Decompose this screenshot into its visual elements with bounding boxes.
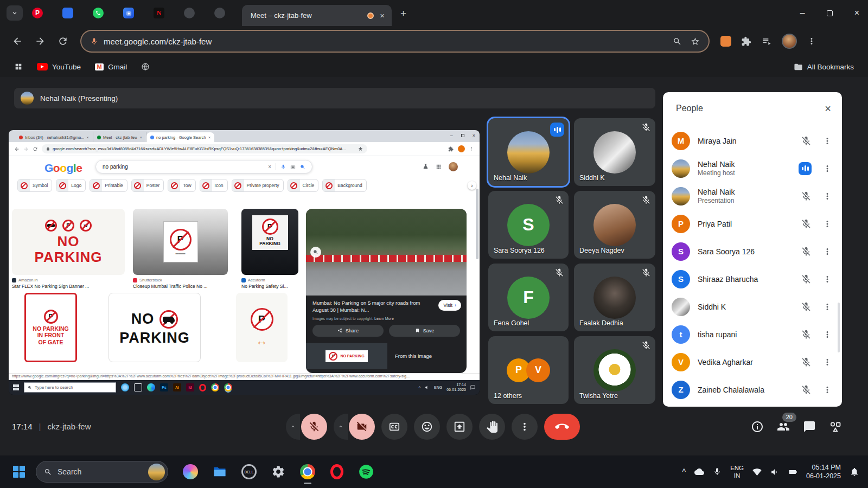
participant-tile[interactable]: Siddhi K: [574, 118, 655, 186]
people-list-item[interactable]: PPriya Patil: [663, 210, 842, 237]
people-list-item[interactable]: SSara Soorya 126: [663, 237, 842, 265]
people-button[interactable]: 20: [777, 420, 790, 433]
active-tab[interactable]: Meet – ckz-jtab-few ×: [242, 5, 392, 26]
mic-muted-button[interactable]: [301, 414, 327, 440]
person-options-icon[interactable]: [822, 164, 832, 174]
chrome-button[interactable]: [299, 464, 316, 480]
mic-off-icon[interactable]: [801, 219, 812, 229]
people-panel-close-icon[interactable]: ×: [825, 103, 831, 114]
volume-icon[interactable]: [770, 467, 780, 477]
reload-button[interactable]: [58, 36, 68, 47]
mic-off-icon[interactable]: [801, 191, 812, 202]
person-options-icon[interactable]: [822, 136, 832, 146]
puzzle-extensions-icon[interactable]: [741, 36, 751, 47]
extension-icon[interactable]: [720, 36, 731, 47]
chat-button[interactable]: [803, 420, 816, 433]
spotify-button[interactable]: [358, 464, 374, 480]
wifi-icon[interactable]: [752, 467, 762, 477]
maximize-button[interactable]: [827, 10, 833, 16]
search-icon[interactable]: [673, 37, 682, 46]
camera-off-button[interactable]: [349, 414, 375, 440]
participant-tile[interactable]: PV12 others: [488, 336, 569, 404]
mic-off-icon[interactable]: [801, 329, 812, 340]
forward-button[interactable]: [35, 36, 46, 47]
onedrive-cloud-icon[interactable]: [694, 467, 704, 477]
person-options-icon[interactable]: [822, 385, 832, 395]
close-button[interactable]: ×: [854, 9, 859, 17]
mic-options-button[interactable]: [286, 414, 300, 440]
participant-tile[interactable]: FFena Gohel: [488, 264, 569, 331]
participant-tile[interactable]: Deeya Nagdev: [574, 191, 655, 259]
people-list-item[interactable]: ttisha rupani: [663, 320, 842, 348]
copilot-button[interactable]: [182, 464, 199, 480]
settings-button[interactable]: [270, 464, 286, 480]
pinned-tab-camera[interactable]: [123, 7, 135, 19]
end-call-button[interactable]: [544, 414, 580, 440]
all-bookmarks-button[interactable]: All Bookmarks: [794, 62, 854, 72]
more-options-button[interactable]: [512, 414, 538, 440]
media-controls-icon[interactable]: [761, 36, 772, 47]
back-button[interactable]: [12, 36, 23, 47]
activities-button[interactable]: [829, 420, 842, 433]
people-list-item[interactable]: Siddhi K: [663, 293, 842, 320]
mic-off-icon[interactable]: [801, 136, 812, 146]
battery-icon[interactable]: [788, 467, 797, 477]
bookmark-youtube[interactable]: YouTube: [37, 63, 81, 71]
people-list-item[interactable]: MMiraya Jain: [663, 127, 842, 155]
tab-close-button[interactable]: ×: [378, 11, 386, 20]
mic-off-icon[interactable]: [801, 301, 812, 312]
bookmark-site[interactable]: [141, 62, 150, 71]
person-options-icon[interactable]: [822, 302, 832, 312]
pinned-tab-blue-app[interactable]: [62, 7, 74, 19]
file-explorer-button[interactable]: [212, 464, 228, 480]
person-options-icon[interactable]: [822, 274, 832, 284]
mic-tray-icon[interactable]: [713, 467, 722, 476]
people-list-item[interactable]: Nehal NaikPresentation: [663, 182, 842, 210]
notifications-bell-icon[interactable]: [850, 467, 859, 477]
camera-options-button[interactable]: [334, 414, 348, 440]
bookmark-gmail[interactable]: MGmail: [95, 63, 127, 71]
bookmark-star-icon[interactable]: [691, 37, 700, 46]
participant-tile[interactable]: Twisha Yetre: [574, 336, 655, 404]
pinned-tab-netflix[interactable]: N: [153, 7, 165, 19]
people-list-item[interactable]: Nehal NaikMeeting host: [663, 155, 842, 182]
person-options-icon[interactable]: [822, 330, 832, 339]
mic-off-icon[interactable]: [801, 357, 812, 368]
tray-expand-button[interactable]: ^: [682, 467, 686, 476]
participant-tile[interactable]: Nehal Naik: [488, 118, 569, 186]
pinned-tab-site-a[interactable]: [183, 7, 195, 19]
raise-hand-button[interactable]: [479, 414, 505, 440]
mic-off-icon[interactable]: [801, 384, 812, 395]
screenshare-tile[interactable]: Inbox (34) - nehalnaik81@gma...×Meet - c…: [9, 130, 480, 395]
kebab-menu-icon[interactable]: [807, 36, 816, 46]
person-options-icon[interactable]: [822, 247, 832, 256]
people-list-item[interactable]: ZZaineb Chalalawala: [663, 376, 842, 403]
profile-avatar[interactable]: [782, 34, 797, 49]
taskbar-clock[interactable]: 05:14 PM06-01-2025: [806, 463, 841, 481]
language-indicator[interactable]: ENGIN: [730, 464, 744, 480]
pinned-tab-site-b[interactable]: [214, 7, 226, 19]
person-options-icon[interactable]: [822, 357, 832, 367]
new-tab-button[interactable]: +: [400, 8, 406, 20]
tab-search-button[interactable]: [7, 5, 23, 21]
people-list-item[interactable]: VVedika Agharkar: [663, 348, 842, 376]
person-options-icon[interactable]: [822, 219, 832, 229]
opera-button[interactable]: [329, 464, 345, 480]
people-list-item[interactable]: SShiraaz Bharucha: [663, 265, 842, 293]
start-button[interactable]: [13, 466, 25, 478]
mic-off-icon[interactable]: [801, 246, 812, 257]
meeting-details-button[interactable]: [751, 420, 764, 433]
pinned-tab-whatsapp[interactable]: [92, 7, 104, 19]
pinned-tab-pinterest[interactable]: P: [31, 7, 43, 19]
minimize-button[interactable]: –: [800, 9, 805, 17]
taskbar-search[interactable]: Search: [36, 461, 168, 483]
apps-grid-button[interactable]: [14, 62, 23, 71]
reactions-button[interactable]: [414, 414, 440, 440]
person-options-icon[interactable]: [822, 191, 832, 201]
participant-tile[interactable]: SSara Soorya 126: [488, 191, 569, 259]
address-bar[interactable]: meet.google.com/ckz-jtab-few: [80, 30, 710, 53]
people-scrollbar[interactable]: [838, 303, 840, 352]
dell-button[interactable]: DELL: [241, 464, 257, 480]
captions-button[interactable]: [381, 414, 407, 440]
present-button[interactable]: [446, 414, 473, 440]
